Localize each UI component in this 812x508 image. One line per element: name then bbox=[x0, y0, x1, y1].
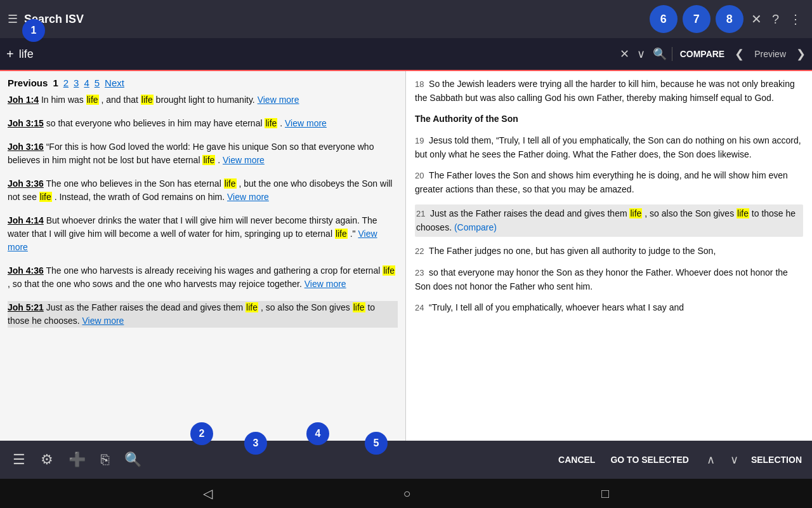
help-icon[interactable]: ? bbox=[769, 10, 782, 29]
view-more-4-36[interactable]: View more bbox=[304, 279, 346, 289]
page-2[interactable]: 2 bbox=[63, 77, 69, 88]
verse-num-24: 24 bbox=[415, 303, 426, 312]
compare-link-21[interactable]: (Compare) bbox=[454, 222, 497, 232]
view-more-1[interactable]: View more bbox=[258, 95, 299, 105]
section-title-text: The Authority of the Son bbox=[415, 114, 518, 124]
more-icon[interactable]: ⋮ bbox=[787, 9, 804, 29]
verse-21: 21 Just as the Father raises the dead an… bbox=[415, 204, 803, 237]
pagination: Previous 1 2 3 4 5 Next bbox=[8, 77, 398, 88]
highlight-life-5-21a: life bbox=[246, 302, 258, 312]
circle-label-5: 5 bbox=[365, 432, 388, 455]
view-more-5-21[interactable]: View more bbox=[82, 316, 124, 326]
search-bar-right: COMPARE ❮ Preview ❯ bbox=[672, 47, 806, 61]
result-joh-4-36: Joh 4:36 The one who harvests is already… bbox=[8, 264, 398, 291]
ref-joh-5-21[interactable]: Joh 5:21 bbox=[8, 302, 44, 312]
next-arrow[interactable]: ❯ bbox=[796, 47, 806, 61]
search-bar: + ✕ ∨ 🔍 COMPARE ❮ Preview ❯ bbox=[0, 38, 812, 71]
clear-icon[interactable]: ✕ bbox=[620, 47, 629, 61]
highlight-life-3-36b: life bbox=[39, 192, 52, 202]
view-more-3-15[interactable]: View more bbox=[285, 118, 327, 128]
search-bar-left: + ✕ ∨ 🔍 bbox=[6, 47, 667, 62]
search-input[interactable] bbox=[19, 48, 615, 61]
verse-22: 22 The Father judges no one, but has giv… bbox=[415, 244, 803, 258]
highlight-life-1: life bbox=[86, 95, 99, 105]
right-panel: 18 So the Jewish leaders were trying all… bbox=[406, 71, 812, 441]
verse-24: 24 “Truly, I tell all of you emphaticall… bbox=[415, 301, 803, 315]
top-bar: ☰ Search ISV 6 7 8 ✕ ? ⋮ bbox=[0, 0, 812, 38]
verse-23: 23 so that everyone may honor the Son as… bbox=[415, 266, 803, 293]
circle-btn-6[interactable]: 6 bbox=[650, 5, 678, 33]
verse-19: 19 Jesus told them, “Truly, I tell all o… bbox=[415, 134, 803, 161]
down-arrow-button[interactable]: ∨ bbox=[728, 451, 741, 468]
highlight-life-2: life bbox=[141, 95, 154, 105]
top-bar-right: 6 7 8 ✕ ? ⋮ bbox=[650, 5, 804, 33]
circle-label-3: 3 bbox=[244, 432, 267, 455]
home-button[interactable]: ○ bbox=[403, 486, 410, 501]
highlight-life-3-15: life bbox=[265, 118, 277, 128]
circle-label-2: 2 bbox=[190, 422, 213, 445]
verse-num-22: 22 bbox=[415, 246, 426, 256]
highlight-life-right-21a: life bbox=[629, 208, 642, 218]
preview-label: Preview bbox=[754, 49, 786, 59]
circle-label-4: 4 bbox=[306, 422, 329, 445]
page-3[interactable]: 3 bbox=[74, 77, 79, 88]
next-label[interactable]: Next bbox=[105, 77, 124, 88]
verse-num-19: 19 bbox=[415, 136, 426, 145]
recents-button[interactable]: □ bbox=[601, 486, 609, 501]
result-joh-4-14: Joh 4:14 But whoever drinks the water th… bbox=[8, 214, 398, 254]
camera-icon[interactable]: 🔍 bbox=[122, 449, 144, 471]
grid-icon[interactable]: ☰ bbox=[10, 449, 28, 471]
up-arrow-button[interactable]: ∧ bbox=[704, 451, 717, 468]
section-title: The Authority of the Son bbox=[415, 112, 803, 126]
page-4[interactable]: 4 bbox=[84, 77, 89, 88]
verse-20: 20 The Father loves the Son and shows hi… bbox=[415, 169, 803, 196]
highlight-life-5-21b: life bbox=[353, 302, 365, 312]
ref-joh-4-14[interactable]: Joh 4:14 bbox=[8, 215, 44, 225]
ref-joh-4-36[interactable]: Joh 4:36 bbox=[8, 265, 44, 276]
ref-joh-3-16[interactable]: Joh 3:16 bbox=[8, 142, 44, 152]
page-current[interactable]: 1 bbox=[53, 77, 58, 88]
ref-joh-1-4[interactable]: Joh 1:4 bbox=[8, 95, 39, 105]
highlight-life-right-21b: life bbox=[737, 208, 749, 218]
highlight-life-4-14: life bbox=[335, 229, 348, 239]
search-icon[interactable]: 🔍 bbox=[653, 47, 667, 61]
cancel-button[interactable]: CANCEL bbox=[558, 455, 595, 465]
left-panel: Previous 1 2 3 4 5 Next Joh 1:4 In him w… bbox=[0, 71, 406, 441]
highlight-life-3-16: life bbox=[202, 155, 215, 165]
copy-icon[interactable]: ⎘ bbox=[98, 449, 112, 471]
result-joh-1-4: Joh 1:4 In him was life , and that life … bbox=[8, 93, 398, 107]
result-joh-3-36: Joh 3:36 The one who believes in the Son… bbox=[8, 177, 398, 204]
add-box-icon[interactable]: ➕ bbox=[66, 449, 88, 471]
result-joh-3-16: Joh 3:16 “For this is how God loved the … bbox=[8, 140, 398, 167]
bottom-toolbar: ☰ ⚙ ➕ ⎘ 🔍 CANCEL GO TO SELECTED ∧ ∨ SELE… bbox=[0, 441, 812, 479]
result-joh-5-21: Joh 5:21 Just as the Father raises the d… bbox=[8, 301, 398, 328]
prev-label[interactable]: Previous bbox=[8, 77, 48, 88]
settings-icon[interactable]: ⚙ bbox=[38, 449, 56, 471]
verse-num-21: 21 bbox=[416, 209, 428, 218]
close-icon[interactable]: ✕ bbox=[749, 9, 764, 29]
circle-label-1: 1 bbox=[22, 19, 45, 42]
verse-num-18: 18 bbox=[415, 79, 426, 89]
verse-num-23: 23 bbox=[415, 268, 426, 277]
go-to-selected-button[interactable]: GO TO SELECTED bbox=[610, 455, 688, 465]
compare-button[interactable]: COMPARE bbox=[680, 49, 725, 59]
ref-joh-3-36[interactable]: Joh 3:36 bbox=[8, 178, 44, 189]
circle-btn-8[interactable]: 8 bbox=[716, 5, 743, 33]
selection-button[interactable]: SELECTION bbox=[751, 455, 802, 465]
verse-18: 18 So the Jewish leaders were trying all… bbox=[415, 77, 803, 105]
add-button[interactable]: + bbox=[6, 47, 14, 62]
view-more-3-16[interactable]: View more bbox=[223, 155, 265, 165]
content-area: Previous 1 2 3 4 5 Next Joh 1:4 In him w… bbox=[0, 71, 812, 441]
view-more-3-36[interactable]: View more bbox=[227, 192, 269, 202]
search-icons: ✕ ∨ 🔍 bbox=[620, 47, 667, 61]
circle-btn-7[interactable]: 7 bbox=[683, 5, 710, 33]
app-title: Search ISV bbox=[24, 13, 643, 26]
highlight-life-4-36: life bbox=[383, 265, 395, 276]
chevron-down-icon[interactable]: ∨ bbox=[637, 47, 645, 61]
back-button[interactable]: ◁ bbox=[203, 486, 213, 501]
ref-joh-3-15[interactable]: Joh 3:15 bbox=[8, 118, 44, 128]
verse-num-20: 20 bbox=[415, 171, 426, 180]
prev-arrow[interactable]: ❮ bbox=[735, 47, 744, 61]
hamburger-icon[interactable]: ☰ bbox=[8, 12, 18, 26]
page-5[interactable]: 5 bbox=[95, 77, 100, 88]
